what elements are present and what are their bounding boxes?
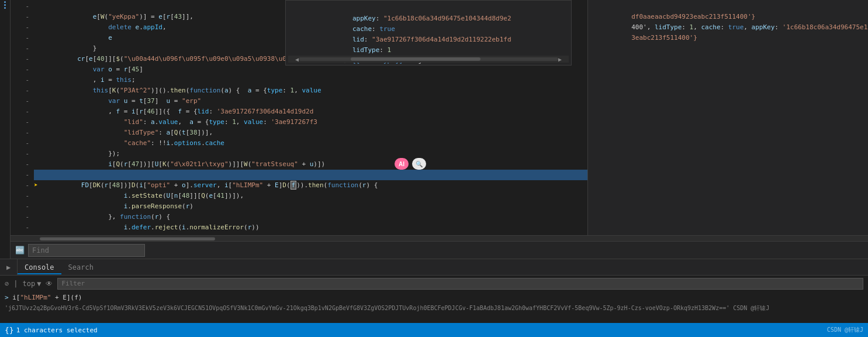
- left-sidebar: [0, 0, 11, 259]
- code-line: "cache": !!i.options.cache: [34, 128, 587, 138]
- editor-area: - - - - - - - - - - - - - - - - - - - -: [11, 0, 868, 259]
- code-line-highlighted: ➤ FD[DK(r[48])]D(i["opti" + o].server, i…: [34, 170, 587, 180]
- console-detail-text: 'j6JTUvz2q2BpGvoHV3r6-Cd5VpSf1ORmV3RkV3E…: [5, 305, 769, 311]
- popup-scrollbar[interactable]: ◀ ▶: [288, 56, 569, 63]
- status-selected: {} 1 characters selected: [5, 326, 98, 335]
- find-input[interactable]: [28, 244, 145, 257]
- eye-icon[interactable]: 👁: [46, 280, 53, 288]
- code-line: });: [34, 138, 587, 149]
- code-line: var u = t[37] u = "erp": [34, 85, 587, 96]
- right-panel: df0aaeaacbd94923eabc213f511400'} 400', l…: [587, 0, 868, 235]
- code-line: i.parseResponse(r): [34, 191, 587, 201]
- code-line: i.setState(U[n[48]][Q(e[41])]),: [34, 180, 587, 191]
- line-numbers: - - - - - - - - - - - - - - - - - - - -: [11, 0, 34, 235]
- console-divider: |: [13, 280, 18, 288]
- code-line: }): [34, 222, 587, 233]
- main-area: - - - - - - - - - - - - - - - - - - - -: [0, 0, 868, 259]
- code-line: (t[0],: [34, 159, 587, 170]
- ai-buttons: AI 🔍: [393, 158, 427, 170]
- selected-text-status: 1 characters selected: [16, 326, 98, 334]
- right-panel-line-1: df0aaeaacbd94923eabc213f511400'}: [588, 1, 868, 12]
- sidebar-dot-2: [4, 4, 6, 6]
- top-selector[interactable]: top ▼: [22, 280, 41, 288]
- bottom-panel: ▶ Console Search ⊘ | top ▼ 👁 > i["hLIMPm…: [0, 259, 868, 323]
- variable-popup: appKey: "1c66b18c06a34d96475e104344d8d9e…: [285, 0, 572, 66]
- find-bar: 🔤: [11, 241, 868, 259]
- code-line: "lidType": a[Q(t[38])],: [34, 117, 587, 128]
- console-line-1: > i["hLIMPm" + E](f): [5, 293, 863, 303]
- bottom-left-arrow[interactable]: ▶: [0, 259, 18, 275]
- find-icon: 🔤: [15, 246, 25, 255]
- status-bar: {} 1 characters selected CSDN @轩辕J: [0, 323, 868, 337]
- console-toolbar: ⊘ | top ▼ 👁: [0, 275, 868, 291]
- ai-search-button[interactable]: 🔍: [412, 158, 426, 170]
- ai-assist-button[interactable]: AI: [395, 158, 409, 170]
- clear-console-button[interactable]: ⊘: [5, 280, 9, 288]
- code-line: i.defer.reject(i.normalizeError(r)): [34, 212, 587, 222]
- code-line: "lid": a.value, a = {type: 1, value: '3a…: [34, 106, 587, 117]
- console-line-2: 'j6JTUvz2q2BpGvoHV3r6-Cd5VpSf1ORmV3RkV3E…: [5, 303, 863, 314]
- popup-scroll-right[interactable]: ▶: [558, 56, 562, 63]
- popup-scrollbar-track[interactable]: [299, 57, 558, 61]
- scrollbar-thumb: [40, 237, 215, 240]
- top-label: top: [22, 280, 35, 288]
- sidebar-dot-3: [4, 7, 6, 9]
- filter-input[interactable]: [57, 278, 863, 290]
- console-output: > i["hLIMPm" + E](f) 'j6JTUvz2q2BpGvoHV3…: [0, 291, 868, 323]
- top-dropdown-icon: ▼: [37, 280, 41, 288]
- horizontal-scrollbar[interactable]: [11, 235, 868, 241]
- code-container: - - - - - - - - - - - - - - - - - - - -: [11, 0, 868, 235]
- code-line: i[Q(r[47])][U[K("d\x02t1r\txyg")]][W("tr…: [34, 149, 587, 159]
- popup-scrollbar-thumb: [351, 57, 480, 61]
- watermark: CSDN @轩辕J: [827, 326, 863, 334]
- code-line: , f = i[r[46]]({ f = {lid: '3ae917267f30…: [34, 96, 587, 106]
- curly-braces-icon: {}: [5, 326, 14, 335]
- code-editor[interactable]: appKey: "1c66b18c06a34d96475e104344d8d9e…: [34, 0, 587, 235]
- tab-search[interactable]: Search: [61, 260, 101, 274]
- popup-line-1: appKey: "1c66b18c06a34d96475e104344d8d9e…: [288, 3, 569, 13]
- sidebar-dot-1: [4, 1, 6, 3]
- tab-console[interactable]: Console: [18, 260, 61, 274]
- code-line: }, function(r) {: [34, 201, 587, 212]
